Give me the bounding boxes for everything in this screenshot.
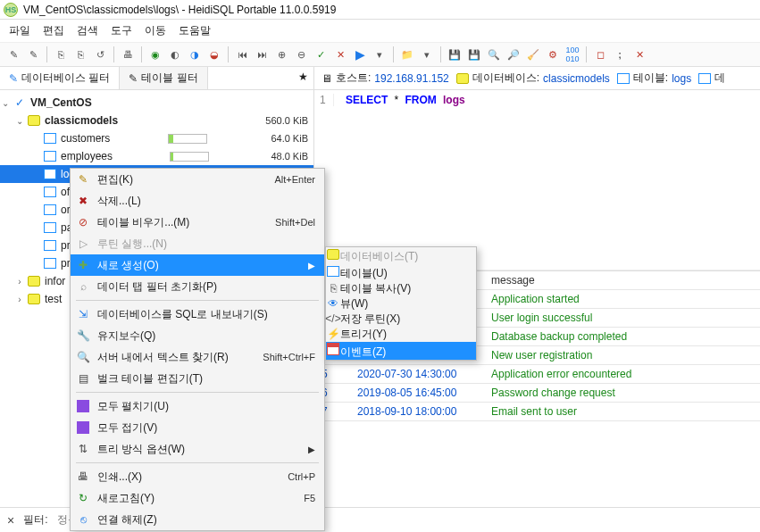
twisty-icon[interactable]: ⌄ — [0, 97, 11, 108]
toolbar-btn[interactable]: ; — [612, 46, 628, 62]
menu-search[interactable]: 검색 — [77, 23, 98, 38]
menu-item-label: 테이블 비우기...(M) — [97, 215, 189, 230]
menu-item[interactable]: ✖삭제...(L) — [71, 190, 324, 212]
table-icon — [44, 204, 56, 215]
submenu-create-new[interactable]: 데이터베이스(T)테이블(U)⎘테이블 복사(V)👁뷰(W)</>저장 루틴(X… — [325, 246, 477, 361]
menu-item[interactable]: ↻새로고침(Y)F5 — [71, 487, 324, 509]
menu-tools[interactable]: 도구 — [111, 23, 132, 38]
cell-timestamp[interactable]: 2019-08-05 16:45:00 — [350, 384, 484, 403]
menu-item-label: 연결 해제(Z) — [97, 512, 157, 528]
toolbar-btn[interactable]: ✓ — [313, 46, 329, 62]
toolbar-btn[interactable]: ⏮ — [234, 46, 250, 62]
toolbar-btn[interactable]: ◑ — [187, 46, 203, 62]
menu-item-label: 새로고침(Y) — [97, 491, 155, 506]
toolbar-btn[interactable]: ↺ — [92, 46, 108, 62]
toolbar-btn[interactable]: ✎ — [5, 46, 21, 62]
menu-item[interactable]: ⌕데이터 탭 필터 초기화(P) — [71, 276, 324, 297]
grid-row[interactable]: 6 2019-08-05 16:45:00 Password change re… — [314, 384, 760, 403]
menu-item[interactable]: ⊘테이블 비우기...(M)Shift+Del — [71, 212, 324, 233]
submenu-item[interactable]: </>저장 루틴(X) — [326, 312, 476, 327]
open-icon[interactable]: 📁 — [399, 46, 415, 62]
menu-file[interactable]: 파일 — [9, 23, 30, 38]
submenu-item[interactable]: 테이블(U) — [326, 264, 476, 281]
tab-database-filter[interactable]: ✎ 데이터베이스 필터 — [0, 67, 120, 89]
save-icon[interactable]: 💾 — [466, 46, 482, 62]
submenu-arrow-icon: ▶ — [308, 261, 315, 270]
toolbar-dropdown-icon[interactable]: ▾ — [372, 46, 388, 62]
toolbar-btn[interactable]: ⊖ — [293, 46, 309, 62]
submenu-item[interactable]: 👁뷰(W) — [326, 296, 476, 312]
sql-editor[interactable]: 1 SELECT * FROM logs — [314, 90, 760, 270]
tree-table[interactable]: customers 64.0 KiB — [0, 129, 313, 147]
cell-message[interactable]: Email sent to user — [484, 403, 760, 421]
submenu-item-label: 테이블 복사(V) — [340, 282, 411, 295]
close-icon[interactable]: × — [7, 513, 14, 528]
toolbar-btn[interactable]: ⎘ — [72, 46, 88, 62]
submenu-item[interactable]: ⎘테이블 복사(V) — [326, 281, 476, 296]
menu-go[interactable]: 이동 — [145, 23, 166, 38]
menu-item[interactable]: 모두 펼치기(U) — [71, 395, 324, 417]
tree-server[interactable]: ⌄ ✓ VM_CentOS — [0, 94, 313, 112]
menu-shortcut: Ctrl+P — [288, 471, 315, 482]
tree-table[interactable]: employees 48.0 KiB — [0, 147, 313, 165]
table-chip[interactable]: 테이블: logs — [617, 71, 691, 86]
twisty-icon[interactable]: › — [14, 294, 25, 304]
toolbar-btn[interactable]: 🖶 — [120, 46, 136, 62]
menu-item[interactable]: 모두 접기(V) — [71, 417, 324, 438]
star-icon[interactable]: ★ — [293, 67, 313, 89]
toolbar-btn[interactable]: ◐ — [167, 46, 183, 62]
submenu-item[interactable]: ⚡트리거(Y) — [326, 327, 476, 342]
grid-header-message[interactable]: message — [484, 271, 760, 290]
grid-row[interactable]: 5 2020-07-30 14:30:00 Application error … — [314, 365, 760, 384]
toolbar-btn[interactable]: ◉ — [147, 46, 163, 62]
menu-item[interactable]: ▤벌크 테이블 편집기(T) — [71, 368, 324, 389]
toolbar-btn[interactable]: ⚙ — [545, 46, 561, 62]
context-menu[interactable]: ✎편집(K)Alt+Enter✖삭제...(L)⊘테이블 비우기...(M)Sh… — [70, 168, 325, 531]
cell-message[interactable]: Application started — [484, 290, 760, 309]
menu-item[interactable]: 🔍서버 내에서 텍스트 찾기(R)Shift+Ctrl+F — [71, 346, 324, 368]
save-icon[interactable]: 💾 — [447, 46, 463, 62]
toolbar-dropdown-icon[interactable]: ▾ — [419, 46, 435, 62]
cell-message[interactable]: Application error encountered — [484, 365, 760, 384]
toolbar-btn[interactable]: 🧹 — [525, 46, 541, 62]
cell-message[interactable]: Password change request — [484, 384, 760, 403]
twisty-icon[interactable]: › — [14, 276, 25, 287]
menu-item[interactable]: ✚새로 생성(O)▶ — [71, 254, 324, 276]
menu-item[interactable]: 🔧유지보수(Q) — [71, 325, 324, 346]
menu-item[interactable]: ⇲데이터베이스를 SQL로 내보내기(S) — [71, 303, 324, 325]
toolbar-btn[interactable]: ✕ — [332, 46, 348, 62]
zoom-icon[interactable]: 🔍 — [486, 46, 502, 62]
menu-help[interactable]: 도움말 — [179, 23, 211, 38]
toolbar-btn[interactable]: ✎ — [25, 46, 41, 62]
cell-message[interactable]: New user registration — [484, 346, 760, 365]
toolbar-btn[interactable]: ◒ — [206, 46, 222, 62]
twisty-icon[interactable]: ⌄ — [14, 115, 25, 126]
tab-table-filter[interactable]: ✎ 테이블 필터 — [120, 67, 207, 89]
toolbar-btn[interactable]: 100010 — [564, 46, 580, 62]
run-sql-icon[interactable]: ▶ — [352, 46, 368, 62]
zoom-out-icon[interactable]: 🔎 — [505, 46, 522, 62]
host-chip[interactable]: 🖥호스트: 192.168.91.152 — [322, 71, 449, 86]
menu-item[interactable]: ⇅트리 방식 옵션(W)▶ — [71, 438, 324, 460]
toolbar-btn[interactable]: ⏭ — [254, 46, 270, 62]
cell-message[interactable]: User login successful — [484, 309, 760, 328]
title-bar: HS VM_CentOS\classicmodels\logs\ - Heidi… — [0, 0, 760, 20]
toolbar-btn[interactable]: ✕ — [631, 46, 647, 62]
data-chip[interactable]: 데 — [698, 71, 725, 86]
toolbar-btn[interactable]: ◻ — [592, 46, 608, 62]
grid-row[interactable]: 7 2018-09-10 18:00:00 Email sent to user — [314, 403, 760, 421]
menu-item-label: 새로 생성(O) — [97, 258, 159, 273]
cell-message[interactable]: Database backup completed — [484, 328, 760, 346]
tree-database[interactable]: ⌄ classicmodels 560.0 KiB — [0, 112, 313, 129]
cell-timestamp[interactable]: 2018-09-10 18:00:00 — [350, 403, 484, 421]
menu-edit[interactable]: 편집 — [43, 23, 64, 38]
menu-item[interactable]: 🖶인쇄...(X)Ctrl+P — [71, 466, 324, 487]
toolbar-btn[interactable]: ⊕ — [273, 46, 289, 62]
toolbar-btn[interactable]: ⎘ — [53, 46, 69, 62]
submenu-item[interactable]: 이벤트(Z) — [326, 342, 476, 360]
menu-item[interactable]: ⎋연결 해제(Z) — [71, 509, 324, 530]
menu-item[interactable]: ✎편집(K)Alt+Enter — [71, 169, 324, 190]
cell-timestamp[interactable]: 2020-07-30 14:30:00 — [350, 365, 484, 384]
database-chip[interactable]: 데이터베이스: classicmodels — [456, 71, 610, 86]
bulk-icon: ▤ — [76, 371, 90, 386]
